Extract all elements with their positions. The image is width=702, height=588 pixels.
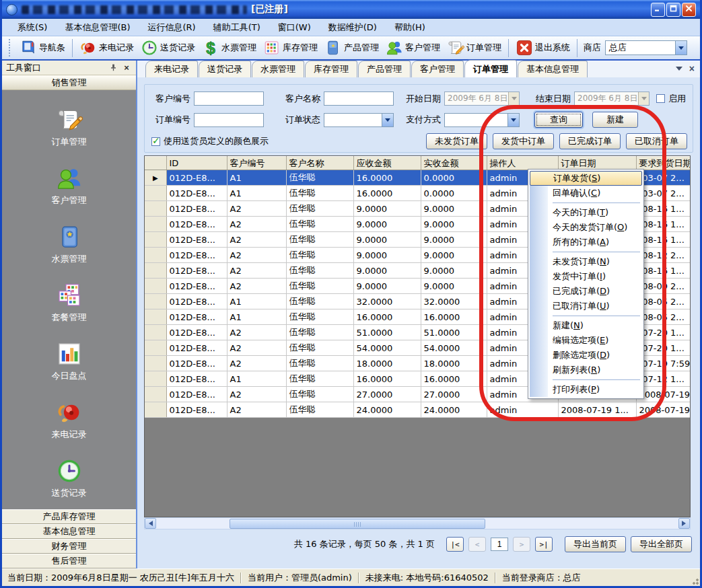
chevron-down-icon[interactable] xyxy=(675,41,687,54)
context-menu-item-0[interactable]: 订单发货(S) xyxy=(530,171,642,186)
context-menu-item-5[interactable]: 所有的订单(A) xyxy=(530,235,642,250)
menu-item-4[interactable]: 窗口(W) xyxy=(269,20,320,36)
tab-close-icon[interactable]: × xyxy=(689,65,695,73)
context-menu-item-17[interactable]: 打印列表(P) xyxy=(530,382,642,397)
row-selector-cell[interactable] xyxy=(145,279,166,294)
row-selector-cell[interactable]: ▶ xyxy=(145,170,166,186)
order-no-input[interactable] xyxy=(194,113,264,127)
table-row[interactable]: 012D-E8...A2伍华聪24.000024.0000admin2008-0… xyxy=(145,402,691,418)
column-header-要求到货日期[interactable]: 要求到货日期 xyxy=(636,157,691,170)
toolbar-order-scroll-button[interactable]: 订单管理 xyxy=(444,38,505,58)
maximize-button[interactable] xyxy=(666,3,680,17)
column-header-实收金额[interactable]: 实收金额 xyxy=(421,157,487,170)
menu-item-3[interactable]: 辅助工具(T) xyxy=(205,20,269,36)
row-selector-cell[interactable] xyxy=(145,309,166,325)
tab-订单管理[interactable]: 订单管理 xyxy=(464,60,517,77)
dock-item-combo-grid[interactable]: 套餐管理 xyxy=(52,282,87,324)
context-menu-item-7[interactable]: 未发货订单(N) xyxy=(530,254,642,269)
dock-section-sales[interactable]: 销售管理 xyxy=(2,75,136,90)
tab-水票管理[interactable]: 水票管理 xyxy=(252,61,304,77)
context-menu-item-3[interactable]: 今天的订单(T) xyxy=(530,205,642,220)
context-menu-item-1[interactable]: 回单确认(C) xyxy=(530,186,642,200)
status-filter-button-3[interactable]: 已取消订单 xyxy=(626,133,687,149)
column-header-操作人[interactable]: 操作人 xyxy=(487,157,558,170)
tab-基本信息管理[interactable]: 基本信息管理 xyxy=(518,61,588,77)
chevron-down-icon[interactable] xyxy=(638,92,649,105)
row-selector-cell[interactable] xyxy=(145,232,166,248)
row-selector-cell[interactable] xyxy=(145,263,166,279)
scrollbar-thumb[interactable] xyxy=(230,519,485,529)
close-button[interactable] xyxy=(682,3,696,17)
tab-来电记录[interactable]: 来电记录 xyxy=(145,61,198,77)
tab-客户管理[interactable]: 客户管理 xyxy=(411,61,464,77)
chevron-down-icon[interactable] xyxy=(382,114,393,126)
context-menu-item-15[interactable]: 刷新列表(R) xyxy=(530,363,642,377)
context-menu-item-10[interactable]: 已取消订单(U) xyxy=(530,299,642,314)
customer-name-input[interactable] xyxy=(324,91,394,106)
toolbar-navbar-button[interactable]: 导航条 xyxy=(16,38,69,58)
row-selector-cell[interactable] xyxy=(145,340,166,356)
enable-dates-checkbox[interactable] xyxy=(656,94,665,103)
toolbar-incoming-call-button[interactable]: 来电记录 xyxy=(76,38,137,58)
context-menu-item-14[interactable]: 删除选定项(D) xyxy=(530,348,642,363)
context-menu-item-9[interactable]: 已完成订单(D) xyxy=(530,284,642,299)
prev-page-button[interactable]: < xyxy=(468,537,486,552)
status-filter-button-0[interactable]: 未发货订单 xyxy=(426,133,487,149)
column-header-应收金额[interactable]: 应收金额 xyxy=(353,157,421,170)
next-page-button[interactable]: > xyxy=(513,537,530,552)
row-selector-cell[interactable] xyxy=(145,356,166,371)
tab-产品管理[interactable]: 产品管理 xyxy=(358,61,411,77)
tab-送货记录[interactable]: 送货记录 xyxy=(199,61,251,77)
context-menu-item-12[interactable]: 新建(N) xyxy=(530,318,642,333)
menu-item-6[interactable]: 帮助(H) xyxy=(386,20,434,36)
toolbar-customers-button[interactable]: 客户管理 xyxy=(382,38,444,58)
status-filter-button-2[interactable]: 已完成订单 xyxy=(559,133,621,149)
dock-section-bar-1[interactable]: 基本信息管理 xyxy=(2,524,136,539)
column-header-ID[interactable]: ID xyxy=(166,157,227,170)
horizontal-scrollbar[interactable] xyxy=(144,517,691,529)
row-selector-cell[interactable] xyxy=(145,325,166,340)
dock-item-order-scroll[interactable]: 订单管理 xyxy=(52,106,87,148)
row-selector-cell[interactable] xyxy=(145,294,166,309)
shop-select[interactable]: 总店 xyxy=(605,40,687,55)
tab-库存管理[interactable]: 库存管理 xyxy=(305,61,357,77)
toolbar-delivery-clock-button[interactable]: 送货记录 xyxy=(137,38,199,58)
dock-section-bar-3[interactable]: 售后管理 xyxy=(2,554,136,568)
toolbar-dollar-button[interactable]: $水票管理 xyxy=(199,38,260,58)
dock-item-water-ticket[interactable]: 水票管理 xyxy=(52,223,87,265)
end-date-picker[interactable]: 2009年 6月 8日 xyxy=(574,91,650,106)
column-header-客户名称[interactable]: 客户名称 xyxy=(286,157,353,170)
dock-section-bar-2[interactable]: 财务管理 xyxy=(2,539,136,554)
close-icon[interactable]: × xyxy=(121,63,132,73)
scroll-left-icon[interactable] xyxy=(145,518,156,529)
row-selector-cell[interactable] xyxy=(145,387,166,402)
order-status-select[interactable] xyxy=(324,113,394,127)
row-selector-cell[interactable] xyxy=(145,186,166,201)
customer-no-input[interactable] xyxy=(194,91,264,106)
dock-item-customers[interactable]: 客户管理 xyxy=(52,165,87,207)
toolbar-exit-button[interactable]: 退出系统 xyxy=(512,38,573,58)
chevron-down-icon[interactable] xyxy=(508,92,519,105)
pin-icon[interactable] xyxy=(108,63,118,73)
status-filter-button-1[interactable]: 发货中订单 xyxy=(493,133,554,149)
dock-item-stocktake-chart[interactable]: 今日盘点 xyxy=(52,340,87,382)
export-all-pages-button[interactable]: 导出全部页 xyxy=(631,536,692,552)
column-header-客户编号[interactable]: 客户编号 xyxy=(227,157,286,170)
context-menu-item-13[interactable]: 编辑选定项(E) xyxy=(530,333,642,348)
toolbar-inventory-grid-button[interactable]: 库存管理 xyxy=(260,38,321,58)
pay-method-select[interactable] xyxy=(444,113,520,127)
minimize-button[interactable] xyxy=(651,3,665,17)
row-selector-cell[interactable] xyxy=(145,201,166,217)
column-header-订单日期[interactable]: 订单日期 xyxy=(558,157,636,170)
dock-item-incoming-call[interactable]: 来电记录 xyxy=(52,399,87,441)
tab-list-dropdown-icon[interactable] xyxy=(676,67,682,74)
export-current-page-button[interactable]: 导出当前页 xyxy=(565,536,626,552)
page-number-input[interactable] xyxy=(491,538,508,551)
delivery-color-checkbox[interactable] xyxy=(151,137,160,146)
toolbar-product-box-button[interactable]: 产品管理 xyxy=(321,38,382,58)
scroll-right-icon[interactable] xyxy=(678,518,690,529)
menu-item-5[interactable]: 数据维护(D) xyxy=(320,20,386,36)
start-date-picker[interactable]: 2009年 6月 8日 xyxy=(444,91,520,106)
row-selector-cell[interactable] xyxy=(145,217,166,232)
resize-grip[interactable] xyxy=(691,577,699,585)
